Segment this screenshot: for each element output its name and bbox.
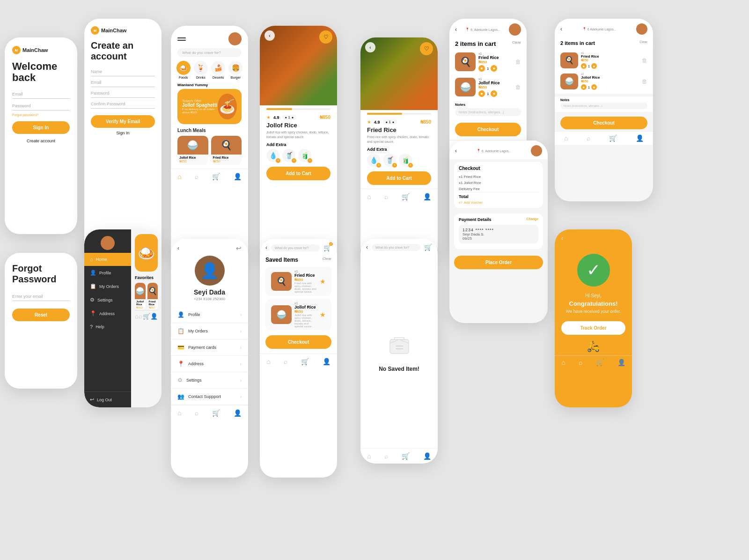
back-button[interactable]: ‹	[560, 26, 562, 32]
clear-button[interactable]: Clear	[639, 40, 647, 44]
menu-settings[interactable]: ⚙ Settings ›	[171, 372, 248, 389]
drawer-home[interactable]: ⌂ Home	[84, 253, 131, 266]
nav-profile-icon[interactable]: 👤	[234, 409, 242, 417]
qty-minus[interactable]: ●	[285, 116, 287, 119]
nav-cart-icon[interactable]: 🛒	[596, 359, 604, 366]
password-field[interactable]: Password	[91, 91, 155, 98]
nav-search-icon[interactable]: ⌕	[579, 359, 582, 366]
hamburger-menu[interactable]	[177, 37, 186, 41]
nav-profile-icon[interactable]: 👤	[234, 173, 242, 180]
add-to-cart-button[interactable]: Add to Cart	[367, 171, 431, 185]
track-order-button[interactable]: Track Order	[561, 321, 625, 335]
delete-1[interactable]: 🗑	[642, 57, 647, 64]
delete-2[interactable]: 🗑	[642, 78, 647, 85]
back-button[interactable]: ‹	[561, 235, 563, 242]
email-field[interactable]: Email	[12, 92, 70, 99]
nav-profile-icon[interactable]: 👤	[617, 359, 625, 366]
back-button[interactable]: ‹	[177, 245, 179, 251]
reset-button[interactable]: Reset	[12, 309, 70, 321]
verify-email-button[interactable]: Verify My Email	[91, 115, 155, 128]
search-bar[interactable]: What do you crave for?	[271, 244, 320, 251]
nav-profile-icon[interactable]: 👤	[636, 134, 644, 142]
nav-profile-icon[interactable]: 👤	[150, 313, 158, 320]
back-button[interactable]: ‹	[366, 244, 368, 251]
change-payment-link[interactable]: Change	[526, 217, 538, 222]
nav-home-icon[interactable]: ⌂	[367, 193, 371, 200]
drawer-help[interactable]: ? Help	[84, 320, 131, 333]
add-to-cart-button[interactable]: Add to Cart	[266, 167, 330, 180]
increment-2[interactable]: ●	[591, 84, 597, 90]
nav-cart-icon[interactable]: 🛒	[212, 409, 220, 417]
decrement-button-1[interactable]: ●	[478, 65, 485, 72]
extra-juice[interactable]: 🧃+	[399, 154, 412, 167]
nav-cart-icon[interactable]: 🛒	[402, 193, 410, 200]
checkout-button[interactable]: Checkout	[265, 335, 331, 349]
delete-item-button-1[interactable]: 🗑	[515, 59, 521, 65]
sign-in-button[interactable]: Sign In	[12, 121, 70, 134]
checkout-button[interactable]: Checkout	[455, 123, 521, 136]
increment-button-1[interactable]: ●	[491, 65, 497, 72]
create-account-link[interactable]: Create account	[5, 139, 77, 143]
saved-item-1[interactable]: 🍳 x1 Fried Rice ₦850 Fried rice with spi…	[265, 267, 331, 296]
place-order-button[interactable]: Place Order	[454, 256, 543, 269]
drawer-address[interactable]: 📍 Address	[84, 307, 131, 320]
signin-link[interactable]: Sign In	[84, 131, 162, 135]
nav-home-icon[interactable]: ⌂	[367, 452, 371, 460]
name-field[interactable]: Name	[91, 69, 155, 76]
back-button[interactable]: ‹	[455, 26, 457, 33]
back-button[interactable]: ‹	[365, 42, 375, 52]
back-button[interactable]: ‹	[264, 30, 275, 41]
decrement-2[interactable]: ●	[581, 84, 587, 90]
drawer-my-orders[interactable]: 📋 My Orders	[84, 280, 131, 293]
notes-input[interactable]: Notes (Instructions, allergies...)	[455, 108, 521, 116]
food-card-fried[interactable]: 🍳 Fried Rice ₦850	[211, 136, 242, 165]
nav-home-icon[interactable]: ⌂	[266, 358, 270, 365]
nav-home-icon[interactable]: ⌂	[135, 313, 139, 320]
nav-search-icon[interactable]: ⌕	[195, 173, 198, 180]
delete-item-button-2[interactable]: 🗑	[515, 84, 521, 90]
nav-search-icon[interactable]: ⌕	[139, 313, 142, 320]
nav-cart-icon[interactable]: 🛒	[301, 358, 309, 365]
favorite-button[interactable]: ♡	[319, 30, 332, 44]
extra-water[interactable]: 💧+	[266, 149, 279, 162]
extra-drink[interactable]: 🥤+	[383, 154, 396, 167]
nav-search-icon[interactable]: ⌕	[384, 452, 388, 460]
cart-icon[interactable]: 🛒	[424, 243, 432, 251]
nav-profile-icon[interactable]: 👤	[323, 358, 330, 365]
password-field[interactable]: Password	[12, 103, 70, 111]
menu-profile[interactable]: 👤 Profile ›	[171, 307, 248, 323]
forgot-password-link[interactable]: Forgot password?	[12, 113, 70, 117]
category-deserts[interactable]: 🍰 Deserts	[211, 61, 225, 79]
search-bar[interactable]: What do you crave for?	[177, 48, 242, 57]
menu-payment-cards[interactable]: 💳 Payment cards ›	[171, 339, 248, 356]
add-voucher[interactable]: 🏷 Add Voucher	[459, 199, 538, 204]
menu-my-orders[interactable]: 📋 My Orders ›	[171, 323, 248, 339]
clear-button[interactable]: Clear	[323, 257, 331, 263]
nav-cart-icon[interactable]: 🛒	[143, 313, 150, 320]
saved-fav-button-1[interactable]: ★	[320, 278, 326, 285]
nav-search-icon[interactable]: ⌕	[284, 358, 287, 365]
checkout-button[interactable]: Checkout	[560, 117, 647, 129]
fav-card-jollof[interactable]: 🍚 Jollof Rice ₦850	[135, 283, 146, 310]
increment-1[interactable]: ●	[591, 63, 597, 69]
back-button[interactable]: ‹	[265, 244, 267, 251]
email-field[interactable]: Email	[91, 80, 155, 87]
back-button[interactable]: ‹	[455, 147, 457, 154]
search-bar[interactable]: What do you crave for?	[372, 244, 420, 251]
nav-home-icon[interactable]: ⌂	[561, 359, 565, 366]
favorite-button[interactable]: ♡	[420, 42, 433, 55]
nav-cart-icon[interactable]: 🛒	[212, 173, 220, 180]
fav-card-fried[interactable]: 🍳 Fried Rice ₦850	[147, 283, 158, 310]
qty-plus[interactable]: ●	[392, 120, 394, 124]
nav-cart-icon[interactable]: 🛒	[609, 134, 617, 142]
qty-plus[interactable]: ●	[292, 116, 294, 119]
logout-button[interactable]: ↩ Log Out	[84, 391, 131, 407]
logout-button[interactable]: ↩	[236, 244, 242, 252]
confirm-password-field[interactable]: Confirm Password	[91, 102, 155, 109]
drawer-settings[interactable]: ⚙ Settings	[84, 293, 131, 307]
nav-search-icon[interactable]: ⌕	[587, 134, 590, 142]
saved-fav-button-2[interactable]: ★	[320, 311, 326, 318]
category-drinks[interactable]: 🍹 Drinks	[194, 61, 208, 79]
notes-input[interactable]: Notes (Instructions, allergies...)	[560, 103, 647, 109]
nav-profile-icon[interactable]: 👤	[423, 452, 431, 460]
